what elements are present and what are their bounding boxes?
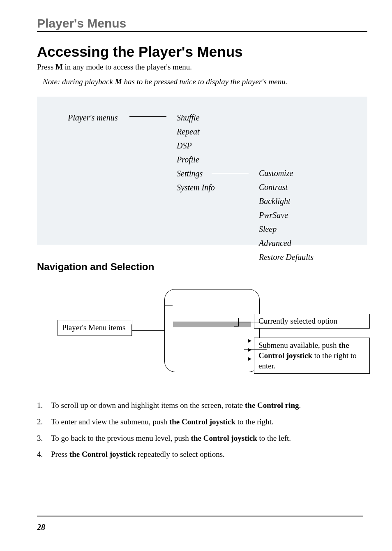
label-currently-selected: Currently selected option xyxy=(254,314,370,329)
connector-line xyxy=(164,306,165,355)
step-text: To go back to the previous menu level, p… xyxy=(51,433,291,444)
heading-2: Navigation and Selection xyxy=(37,261,367,273)
step-number: 4. xyxy=(37,449,51,460)
step: 1. To scroll up or down and highlight it… xyxy=(37,400,367,411)
menu-root: Player's menus xyxy=(68,111,118,125)
footer-rule xyxy=(37,516,363,516)
connector-line xyxy=(234,326,239,326)
step: 4. Press the Control joystick repeatedly… xyxy=(37,449,367,460)
text: in any mode to access the player's menu. xyxy=(63,63,192,71)
text-bold: the Control joystick xyxy=(169,417,235,426)
text: To go back to the previous menu level, p… xyxy=(51,434,191,442)
menu-item: PwrSave xyxy=(259,208,314,222)
screen-row-highlight xyxy=(173,322,251,327)
text: Press xyxy=(51,450,69,458)
navigation-diagram: ► ► ► Player's Menu items Currently sele… xyxy=(37,289,367,384)
step: 3. To go back to the previous menu level… xyxy=(37,433,367,444)
label-players-menu-items: Player's Menu items xyxy=(58,320,132,336)
submenu-arrow-icon: ► xyxy=(247,337,253,344)
intro-paragraph: Press M in any mode to access the player… xyxy=(37,62,367,72)
connector-line xyxy=(238,318,239,326)
page: Player's Menus Accessing the Player's Me… xyxy=(0,0,392,551)
menu-item: Restore Defaults xyxy=(259,250,314,264)
step-text: To enter and view the submenu, push the … xyxy=(51,417,274,427)
page-number: 28 xyxy=(37,523,45,532)
chapter-title: Player's Menus xyxy=(37,16,367,32)
step-number: 1. xyxy=(37,400,51,411)
text: To enter and view the submenu, push xyxy=(51,417,169,426)
menu-item: System Info xyxy=(177,181,215,194)
step-number: 2. xyxy=(37,417,51,427)
menu-item: DSP xyxy=(177,139,215,153)
screen-outline: ► ► ► xyxy=(164,289,260,372)
heading-1: Accessing the Player's Menus xyxy=(37,44,367,60)
menu-item: Contrast xyxy=(259,180,314,194)
step-number: 3. xyxy=(37,433,51,444)
menu-item: Settings xyxy=(177,167,215,181)
text: . xyxy=(299,401,301,410)
text-bold: the Control joystick xyxy=(191,434,257,442)
text: repeatedly to select options. xyxy=(136,450,225,458)
text-bold: the Control joystick xyxy=(69,450,136,458)
submenu-arrow-icon: ► xyxy=(247,346,253,353)
note: Note: during playback M has to be presse… xyxy=(43,76,367,87)
screen-row xyxy=(173,304,251,310)
connector-line xyxy=(238,322,267,322)
text: Note: during playback xyxy=(43,77,115,86)
text: Press xyxy=(37,63,55,71)
screen-row xyxy=(173,331,251,337)
menu-tree-box: Player's menus Shuffle Repeat DSP Profil… xyxy=(37,97,367,245)
connector-line xyxy=(164,355,175,355)
connector-line xyxy=(164,306,173,306)
menu-level2: Customize Contrast Backlight PwrSave Sle… xyxy=(259,166,314,264)
step-text: Press the Control joystick repeatedly to… xyxy=(51,449,225,460)
submenu-arrow-icon: ► xyxy=(247,355,253,362)
connector-line xyxy=(129,116,166,117)
connector-line xyxy=(131,330,164,331)
menu-item: Shuffle xyxy=(177,111,215,125)
connector-line xyxy=(212,173,249,173)
menu-item: Advanced xyxy=(259,236,314,250)
label-submenu-available: Submenu available, push the Control joys… xyxy=(254,338,370,374)
key-m: M xyxy=(115,77,122,86)
text: To scroll up or down and highlight items… xyxy=(51,401,245,410)
text: Submenu available, push xyxy=(258,341,339,350)
menu-level1: Shuffle Repeat DSP Profile Settings Syst… xyxy=(177,111,215,194)
menu-item: Customize xyxy=(259,166,314,180)
menu-item: Backlight xyxy=(259,194,314,208)
text: to the left. xyxy=(257,434,291,442)
menu-item: Sleep xyxy=(259,222,314,236)
text: has to be pressed twice to display the p… xyxy=(122,77,288,86)
menu-item: Repeat xyxy=(177,125,215,139)
step-text: To scroll up or down and highlight items… xyxy=(51,400,301,411)
text-bold: the Control ring xyxy=(245,401,299,410)
connector-line xyxy=(244,349,267,350)
step: 2. To enter and view the submenu, push t… xyxy=(37,417,367,427)
steps-list: 1. To scroll up or down and highlight it… xyxy=(37,400,367,460)
connector-line xyxy=(234,318,239,318)
key-m: M xyxy=(55,63,63,71)
menu-item: Profile xyxy=(177,153,215,167)
text: to the right. xyxy=(235,417,274,426)
